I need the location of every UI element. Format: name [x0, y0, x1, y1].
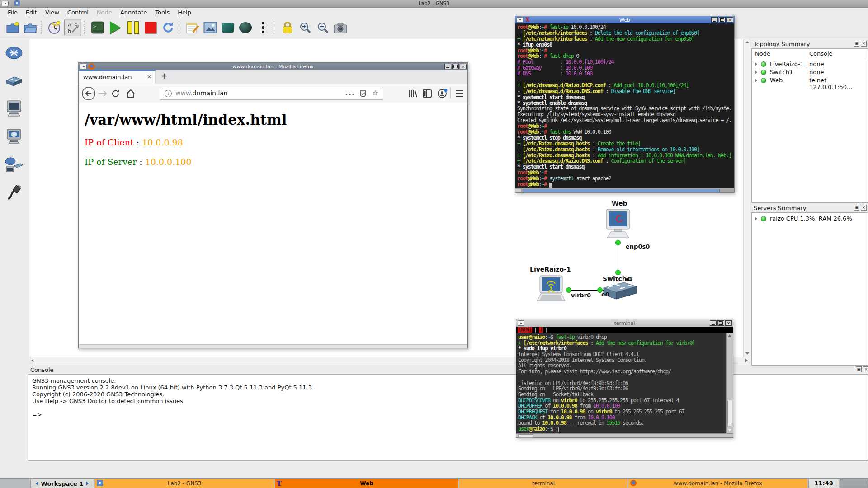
- snapshot-button[interactable]: [47, 19, 63, 36]
- float-panel-button[interactable]: ▣: [854, 41, 859, 47]
- taskbar-button-www-domain-lan-mozilla-firefox[interactable]: www.domain.lan - Mozilla Firefox: [628, 479, 807, 488]
- insert-image-button[interactable]: [202, 19, 218, 36]
- menu-edit[interactable]: Edit: [22, 8, 41, 17]
- expand-icon[interactable]: [755, 70, 757, 74]
- tab-close-icon[interactable]: ×: [147, 74, 151, 80]
- topology-node-row[interactable]: Webtelnet 127.0.0.1:50...: [752, 76, 868, 84]
- minimize-button[interactable]: [444, 64, 451, 69]
- stop-all-button[interactable]: [142, 19, 159, 36]
- terminal-vscrollbar[interactable]: [726, 333, 733, 433]
- account-icon[interactable]: [437, 89, 448, 99]
- expand-icon[interactable]: [755, 62, 757, 66]
- browse-security-devices-button[interactable]: [4, 127, 24, 147]
- taskbar-button-lab2-gns3[interactable]: Lab2 - GNS3: [95, 479, 274, 488]
- float-panel-button[interactable]: ▣: [856, 366, 862, 372]
- taskbar-button-web[interactable]: TWeb: [275, 479, 458, 488]
- column-console[interactable]: Console: [809, 50, 833, 57]
- taskbar-button-terminal[interactable]: terminal: [459, 479, 627, 488]
- expand-icon[interactable]: [755, 79, 757, 82]
- workspace-next-icon[interactable]: [86, 481, 89, 486]
- node-web[interactable]: [606, 209, 630, 238]
- web-terminal-titlebar[interactable]: X Web ×: [515, 16, 734, 23]
- menu-tools[interactable]: Tools: [151, 8, 174, 17]
- terminal-output[interactable]: user@raizo:~$ fast-ip virbr0 dhcp+ [/etc…: [516, 333, 726, 433]
- bookmark-star-icon[interactable]: ☆: [372, 89, 378, 97]
- browse-all-devices-button[interactable]: [4, 155, 24, 175]
- site-info-icon[interactable]: i: [165, 90, 172, 97]
- menu-file[interactable]: File: [4, 8, 22, 17]
- topology-node-row[interactable]: LiveRaizo-1none: [752, 60, 868, 68]
- maximize-button[interactable]: [717, 320, 724, 326]
- forward-button[interactable]: [98, 89, 108, 98]
- sidebar-toggle-icon[interactable]: [422, 89, 432, 98]
- menu-annotate[interactable]: Annotate: [116, 8, 151, 17]
- draw-rectangle-button[interactable]: [220, 19, 236, 36]
- close-button[interactable]: ×: [726, 17, 733, 23]
- column-node[interactable]: Node: [755, 50, 770, 57]
- url-bar[interactable]: i www.domain.lan ··· ☆: [160, 87, 383, 100]
- zoom-in-button[interactable]: [297, 19, 313, 36]
- node-label-liveraizo[interactable]: LiveRaizo-1: [530, 266, 571, 273]
- node-label-web[interactable]: Web: [612, 200, 627, 207]
- add-note-button[interactable]: [184, 19, 201, 36]
- canvas-vscrollbar[interactable]: [744, 39, 750, 357]
- web-terminal-output[interactable]: root@Web:~# fast-ip 10.0.0.100/24- [/etc…: [515, 23, 734, 188]
- start-all-button[interactable]: [107, 19, 123, 36]
- toggle-labels-button[interactable]: acb: [64, 19, 81, 36]
- topology-node-row[interactable]: Switch1none: [752, 68, 868, 76]
- menu-hamburger-icon[interactable]: [455, 90, 464, 97]
- firefox-titlebar[interactable]: www.domain.lan - Mozilla Firefox ×: [79, 63, 467, 70]
- workspace-prev-icon[interactable]: [36, 481, 38, 486]
- reload-all-button[interactable]: [160, 19, 176, 36]
- lock-items-button[interactable]: [279, 19, 296, 36]
- menu-help[interactable]: Help: [174, 8, 195, 17]
- close-panel-button[interactable]: ×: [861, 205, 867, 211]
- console-output[interactable]: GNS3 management console.Running GNS3 ver…: [28, 374, 868, 461]
- expand-icon[interactable]: [755, 217, 757, 221]
- menu-control[interactable]: Control: [63, 8, 93, 17]
- close-button[interactable]: ×: [460, 64, 467, 69]
- open-project-button[interactable]: [22, 19, 38, 36]
- browse-routers-button[interactable]: [4, 42, 24, 63]
- server-row[interactable]: raizo CPU 1.3%, RAM 26.6%: [752, 215, 868, 223]
- terminal-hscrollbar[interactable]: [516, 433, 733, 437]
- workspace-switcher[interactable]: Workspace 1: [30, 479, 94, 488]
- pocket-shield-icon[interactable]: [359, 90, 367, 98]
- zoom-out-button[interactable]: [315, 19, 331, 36]
- new-project-button[interactable]: [5, 19, 21, 36]
- add-link-button[interactable]: [4, 183, 24, 203]
- draw-ellipse-button[interactable]: [237, 19, 254, 36]
- page-actions-icon[interactable]: ···: [345, 90, 355, 99]
- node-console: none: [809, 69, 824, 75]
- reload-button[interactable]: [111, 89, 120, 98]
- new-tab-button[interactable]: +: [161, 71, 167, 80]
- node-liveraizo[interactable]: [537, 276, 565, 301]
- close-button[interactable]: ×: [725, 320, 732, 326]
- firefox-bottom-scrollbar[interactable]: [79, 344, 467, 348]
- terminal-tab-1[interactable]: 1: [539, 327, 543, 333]
- browse-end-devices-button[interactable]: [4, 99, 24, 119]
- node-label-switch1[interactable]: Switch1: [603, 275, 631, 282]
- console-all-button[interactable]: >_: [90, 19, 106, 36]
- minimize-button[interactable]: [711, 17, 718, 23]
- back-button[interactable]: [81, 86, 96, 101]
- tab-www-domain-lan[interactable]: www.domain.lan ×: [79, 70, 156, 84]
- close-panel-button[interactable]: ×: [861, 41, 867, 47]
- home-button[interactable]: [126, 89, 136, 99]
- maximize-button[interactable]: [719, 17, 726, 23]
- suspend-all-button[interactable]: [125, 19, 141, 36]
- web-terminal-hscrollbar[interactable]: [515, 188, 734, 192]
- minimize-button[interactable]: [710, 320, 717, 326]
- library-icon[interactable]: [408, 89, 418, 98]
- close-panel-button[interactable]: ×: [863, 366, 868, 372]
- float-panel-button[interactable]: ▣: [854, 205, 859, 211]
- browse-switches-button[interactable]: [4, 70, 24, 91]
- screenshot-button[interactable]: [332, 19, 349, 36]
- terminal-tab-new[interactable]: [NEW]: [518, 327, 532, 333]
- taskbar-button-label: Web: [360, 480, 373, 487]
- more-tools-button[interactable]: [255, 19, 271, 36]
- svg-text:a: a: [68, 22, 71, 27]
- menu-view[interactable]: View: [41, 8, 63, 17]
- terminal-titlebar[interactable]: terminal ×: [516, 319, 733, 327]
- maximize-button[interactable]: [452, 64, 459, 69]
